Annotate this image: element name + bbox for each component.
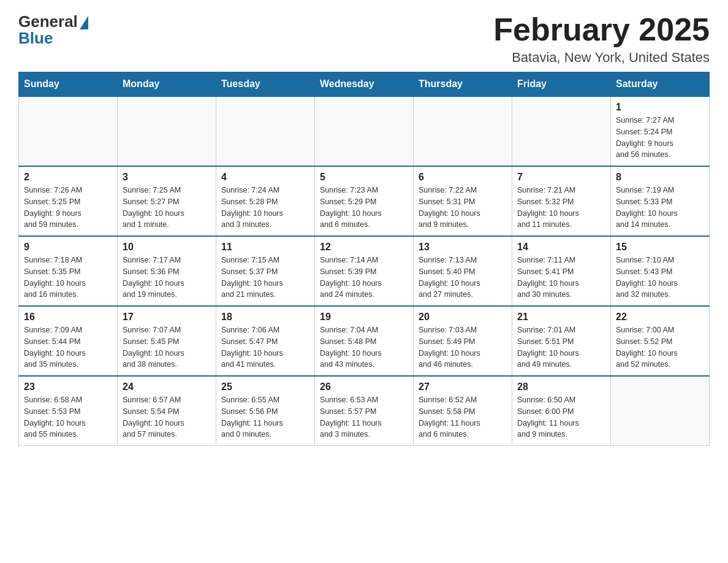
weekday-header-sunday: Sunday bbox=[19, 72, 118, 97]
calendar-week-row: 16Sunrise: 7:09 AMSunset: 5:44 PMDayligh… bbox=[19, 306, 710, 376]
calendar-week-row: 9Sunrise: 7:18 AMSunset: 5:35 PMDaylight… bbox=[19, 236, 710, 306]
calendar-cell: 16Sunrise: 7:09 AMSunset: 5:44 PMDayligh… bbox=[19, 306, 118, 376]
calendar-cell: 4Sunrise: 7:24 AMSunset: 5:28 PMDaylight… bbox=[216, 166, 315, 236]
day-info: Sunrise: 7:24 AMSunset: 5:28 PMDaylight:… bbox=[221, 185, 309, 231]
day-number: 21 bbox=[517, 312, 605, 323]
calendar-cell: 10Sunrise: 7:17 AMSunset: 5:36 PMDayligh… bbox=[118, 236, 216, 306]
calendar-cell bbox=[19, 96, 118, 166]
calendar-body: 1Sunrise: 7:27 AMSunset: 5:24 PMDaylight… bbox=[19, 96, 710, 446]
day-info: Sunrise: 6:50 AMSunset: 6:00 PMDaylight:… bbox=[517, 394, 605, 440]
calendar-cell bbox=[315, 96, 414, 166]
day-number: 1 bbox=[616, 102, 704, 113]
calendar-cell: 11Sunrise: 7:15 AMSunset: 5:37 PMDayligh… bbox=[216, 236, 315, 306]
day-number: 3 bbox=[123, 172, 211, 183]
day-number: 27 bbox=[419, 381, 507, 393]
calendar-header: SundayMondayTuesdayWednesdayThursdayFrid… bbox=[19, 72, 710, 97]
day-number: 24 bbox=[123, 381, 211, 393]
day-number: 2 bbox=[24, 172, 112, 183]
day-info: Sunrise: 7:18 AMSunset: 5:35 PMDaylight:… bbox=[24, 255, 112, 301]
calendar-cell bbox=[414, 96, 512, 166]
day-info: Sunrise: 7:21 AMSunset: 5:32 PMDaylight:… bbox=[517, 185, 605, 231]
location-title: Batavia, New York, United States bbox=[493, 50, 710, 66]
day-number: 26 bbox=[320, 381, 408, 393]
calendar-cell: 22Sunrise: 7:00 AMSunset: 5:52 PMDayligh… bbox=[611, 306, 710, 376]
weekday-header-friday: Friday bbox=[512, 72, 611, 97]
calendar-cell: 24Sunrise: 6:57 AMSunset: 5:54 PMDayligh… bbox=[118, 376, 216, 446]
weekday-header-thursday: Thursday bbox=[414, 72, 512, 97]
day-info: Sunrise: 7:09 AMSunset: 5:44 PMDaylight:… bbox=[24, 324, 112, 370]
day-number: 15 bbox=[616, 242, 704, 253]
day-number: 25 bbox=[221, 381, 309, 393]
day-info: Sunrise: 6:53 AMSunset: 5:57 PMDaylight:… bbox=[320, 394, 408, 440]
weekday-header-saturday: Saturday bbox=[611, 72, 710, 97]
day-number: 7 bbox=[517, 172, 605, 183]
day-number: 4 bbox=[221, 172, 309, 183]
calendar-cell bbox=[611, 376, 710, 446]
calendar-cell: 2Sunrise: 7:26 AMSunset: 5:25 PMDaylight… bbox=[19, 166, 118, 236]
calendar-cell: 9Sunrise: 7:18 AMSunset: 5:35 PMDaylight… bbox=[19, 236, 118, 306]
weekday-header-row: SundayMondayTuesdayWednesdayThursdayFrid… bbox=[19, 72, 710, 97]
calendar-cell: 15Sunrise: 7:10 AMSunset: 5:43 PMDayligh… bbox=[611, 236, 710, 306]
day-info: Sunrise: 6:57 AMSunset: 5:54 PMDaylight:… bbox=[123, 394, 211, 440]
day-number: 19 bbox=[320, 312, 408, 323]
day-number: 18 bbox=[221, 312, 309, 323]
day-number: 10 bbox=[123, 242, 211, 253]
day-number: 22 bbox=[616, 312, 704, 323]
day-info: Sunrise: 7:14 AMSunset: 5:39 PMDaylight:… bbox=[320, 255, 408, 301]
day-number: 12 bbox=[320, 242, 408, 253]
day-info: Sunrise: 7:04 AMSunset: 5:48 PMDaylight:… bbox=[320, 324, 408, 370]
logo: General Blue bbox=[18, 12, 88, 48]
weekday-header-wednesday: Wednesday bbox=[315, 72, 414, 97]
calendar-cell: 27Sunrise: 6:52 AMSunset: 5:58 PMDayligh… bbox=[414, 376, 512, 446]
day-info: Sunrise: 7:03 AMSunset: 5:49 PMDaylight:… bbox=[419, 324, 507, 370]
day-info: Sunrise: 7:27 AMSunset: 5:24 PMDaylight:… bbox=[616, 115, 704, 161]
calendar-cell bbox=[512, 96, 611, 166]
day-info: Sunrise: 7:15 AMSunset: 5:37 PMDaylight:… bbox=[221, 255, 309, 301]
calendar-cell: 21Sunrise: 7:01 AMSunset: 5:51 PMDayligh… bbox=[512, 306, 611, 376]
logo-triangle-icon bbox=[80, 16, 88, 29]
day-number: 5 bbox=[320, 172, 408, 183]
day-info: Sunrise: 7:22 AMSunset: 5:31 PMDaylight:… bbox=[419, 185, 507, 231]
day-info: Sunrise: 7:26 AMSunset: 5:25 PMDaylight:… bbox=[24, 185, 112, 231]
calendar-cell: 25Sunrise: 6:55 AMSunset: 5:56 PMDayligh… bbox=[216, 376, 315, 446]
day-info: Sunrise: 6:52 AMSunset: 5:58 PMDaylight:… bbox=[419, 394, 507, 440]
calendar-cell: 13Sunrise: 7:13 AMSunset: 5:40 PMDayligh… bbox=[414, 236, 512, 306]
calendar-table: SundayMondayTuesdayWednesdayThursdayFrid… bbox=[18, 72, 710, 446]
calendar-cell: 18Sunrise: 7:06 AMSunset: 5:47 PMDayligh… bbox=[216, 306, 315, 376]
page-header: General Blue February 2025 Batavia, New … bbox=[18, 12, 710, 66]
weekday-header-monday: Monday bbox=[118, 72, 216, 97]
day-number: 20 bbox=[419, 312, 507, 323]
day-info: Sunrise: 7:11 AMSunset: 5:41 PMDaylight:… bbox=[517, 255, 605, 301]
day-info: Sunrise: 6:58 AMSunset: 5:53 PMDaylight:… bbox=[24, 394, 112, 440]
calendar-cell: 5Sunrise: 7:23 AMSunset: 5:29 PMDaylight… bbox=[315, 166, 414, 236]
day-info: Sunrise: 7:07 AMSunset: 5:45 PMDaylight:… bbox=[123, 324, 211, 370]
title-section: February 2025 Batavia, New York, United … bbox=[493, 12, 710, 66]
calendar-cell bbox=[216, 96, 315, 166]
day-number: 13 bbox=[419, 242, 507, 253]
calendar-cell bbox=[118, 96, 216, 166]
calendar-cell: 14Sunrise: 7:11 AMSunset: 5:41 PMDayligh… bbox=[512, 236, 611, 306]
day-info: Sunrise: 7:17 AMSunset: 5:36 PMDaylight:… bbox=[123, 255, 211, 301]
day-info: Sunrise: 7:01 AMSunset: 5:51 PMDaylight:… bbox=[517, 324, 605, 370]
month-title: February 2025 bbox=[493, 12, 710, 47]
day-number: 6 bbox=[419, 172, 507, 183]
day-number: 28 bbox=[517, 381, 605, 393]
day-number: 9 bbox=[24, 242, 112, 253]
calendar-cell: 12Sunrise: 7:14 AMSunset: 5:39 PMDayligh… bbox=[315, 236, 414, 306]
calendar-cell: 26Sunrise: 6:53 AMSunset: 5:57 PMDayligh… bbox=[315, 376, 414, 446]
calendar-cell: 17Sunrise: 7:07 AMSunset: 5:45 PMDayligh… bbox=[118, 306, 216, 376]
day-number: 17 bbox=[123, 312, 211, 323]
weekday-header-tuesday: Tuesday bbox=[216, 72, 315, 97]
calendar-week-row: 2Sunrise: 7:26 AMSunset: 5:25 PMDaylight… bbox=[19, 166, 710, 236]
day-number: 23 bbox=[24, 381, 112, 393]
calendar-cell: 19Sunrise: 7:04 AMSunset: 5:48 PMDayligh… bbox=[315, 306, 414, 376]
day-info: Sunrise: 6:55 AMSunset: 5:56 PMDaylight:… bbox=[221, 394, 309, 440]
calendar-cell: 23Sunrise: 6:58 AMSunset: 5:53 PMDayligh… bbox=[19, 376, 118, 446]
day-info: Sunrise: 7:25 AMSunset: 5:27 PMDaylight:… bbox=[123, 185, 211, 231]
day-info: Sunrise: 7:10 AMSunset: 5:43 PMDaylight:… bbox=[616, 255, 704, 301]
calendar-week-row: 23Sunrise: 6:58 AMSunset: 5:53 PMDayligh… bbox=[19, 376, 710, 446]
calendar-cell: 7Sunrise: 7:21 AMSunset: 5:32 PMDaylight… bbox=[512, 166, 611, 236]
day-info: Sunrise: 7:06 AMSunset: 5:47 PMDaylight:… bbox=[221, 324, 309, 370]
calendar-cell: 20Sunrise: 7:03 AMSunset: 5:49 PMDayligh… bbox=[414, 306, 512, 376]
day-info: Sunrise: 7:13 AMSunset: 5:40 PMDaylight:… bbox=[419, 255, 507, 301]
